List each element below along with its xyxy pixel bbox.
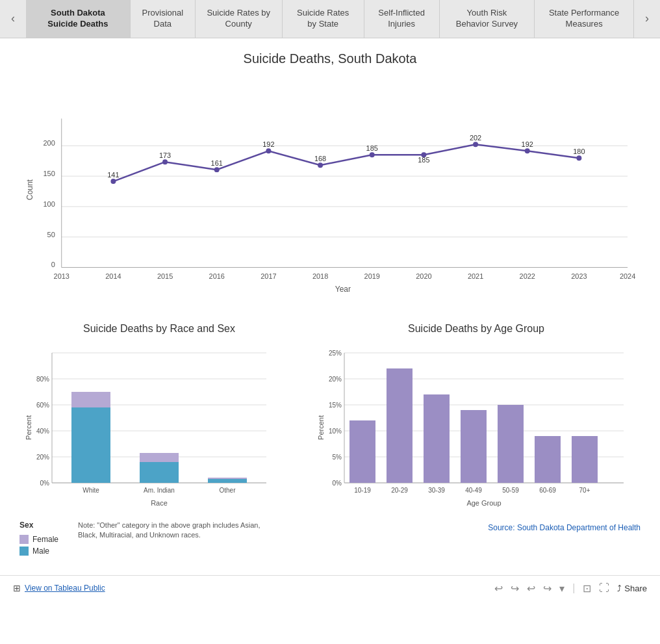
male-color-swatch [19,547,29,556]
svg-text:10-19: 10-19 [354,487,371,494]
tableau-link[interactable]: View on Tableau Public [25,584,105,593]
age-20-29-bar [387,368,412,483]
tab-state-performance[interactable]: State Performance Measures [535,0,634,38]
female-color-swatch [19,535,29,544]
age-50-59-bar [498,405,524,483]
svg-text:0%: 0% [40,480,50,487]
tab-provisional-data[interactable]: Provisional Data [131,0,196,38]
svg-text:2015: 2015 [157,272,173,280]
race-sex-section: Suicide Deaths by Race and Sex Percent 0… [19,323,299,556]
svg-text:185: 185 [366,144,378,152]
svg-text:Am. Indian: Am. Indian [144,487,175,494]
age-40-49-bar [461,410,487,483]
svg-text:192: 192 [262,140,274,148]
age-group-section: Suicide Deaths by Age Group Percent 0% 5… [312,323,641,556]
share-button[interactable]: ⤴ Share [617,584,647,593]
svg-point-34 [525,148,530,153]
divider: | [572,582,575,594]
svg-text:Age Group: Age Group [466,499,501,507]
svg-point-33 [473,142,478,147]
svg-text:80%: 80% [36,376,49,383]
legend-male: Male [19,547,58,556]
svg-text:2023: 2023 [571,272,587,280]
svg-text:5%: 5% [333,454,342,461]
svg-point-28 [214,167,220,172]
svg-point-31 [370,152,375,157]
svg-text:150: 150 [44,170,55,177]
svg-text:20%: 20% [329,376,342,383]
line-chart-svg: Count 0 50 100 150 200 2013 2014 [19,76,641,303]
age-group-chart: Percent 0% 5% 10% 15% 20% 25% [312,340,637,515]
svg-text:10%: 10% [329,428,342,435]
line-chart-title: Suicide Deaths, South Dakota [19,51,641,66]
nav-next-arrow[interactable]: › [637,0,657,38]
svg-text:50-59: 50-59 [502,487,519,494]
tableau-grid-icon: ⊞ [13,583,21,593]
source-text: Source: South Dakota Department of Healt… [312,523,641,532]
svg-text:20%: 20% [36,454,49,461]
age-10-19-bar [349,420,375,483]
svg-text:0: 0 [51,261,55,268]
svg-text:40%: 40% [36,428,49,435]
svg-text:180: 180 [573,148,585,155]
svg-text:2018: 2018 [312,272,328,280]
svg-text:70+: 70+ [579,487,590,494]
svg-point-27 [162,159,168,164]
age-60-69-bar [535,436,561,483]
undo2-icon[interactable]: ↩ [527,582,535,595]
white-female-bar [71,392,110,407]
svg-text:20-29: 20-29 [391,487,408,494]
svg-text:185: 185 [418,156,429,164]
svg-text:60-69: 60-69 [539,487,556,494]
dropdown-icon[interactable]: ▾ [559,582,565,595]
age-group-title: Suicide Deaths by Age Group [312,323,641,335]
legend-note-row: Sex Female Male Note: "Other" category i… [19,521,299,556]
svg-text:2020: 2020 [416,272,431,280]
main-content: Suicide Deaths, South Dakota Count 0 50 … [0,38,660,569]
legend: Female Male [19,535,58,556]
svg-text:202: 202 [470,134,481,142]
tab-suicide-rates-county[interactable]: Suicide Rates by County [196,0,283,38]
chart-note: Note: "Other" category in the above grap… [78,521,273,541]
svg-point-35 [576,155,581,161]
legend-title: Sex [19,521,58,530]
svg-text:2014: 2014 [105,272,121,280]
footer: ⊞ View on Tableau Public ↩ ↪ ↩ ↪ ▾ | ⊡ ⛶… [0,575,660,601]
footer-right: ↩ ↪ ↩ ↪ ▾ | ⊡ ⛶ ⤴ Share [494,582,647,595]
legend-female: Female [19,535,58,544]
svg-point-29 [266,148,271,153]
redo2-icon[interactable]: ↪ [543,582,552,595]
bottom-charts: Suicide Deaths by Race and Sex Percent 0… [19,323,641,556]
svg-text:Year: Year [335,285,351,294]
age-70plus-bar [572,436,598,483]
layout-icon[interactable]: ⊡ [583,582,591,595]
svg-text:Percent: Percent [317,415,325,440]
svg-text:60%: 60% [36,402,49,409]
fullscreen-icon[interactable]: ⛶ [599,582,609,594]
tab-south-dakota-suicide-deaths[interactable]: South Dakota Suicide Deaths [26,0,131,38]
tab-suicide-rates-state[interactable]: Suicide Rates by State [283,0,364,38]
svg-text:0%: 0% [333,480,342,487]
svg-text:173: 173 [159,151,171,159]
undo-icon[interactable]: ↩ [494,582,503,595]
aminidian-male-bar [140,462,179,483]
line-chart-container: Count 0 50 100 150 200 2013 2014 [19,76,641,303]
svg-text:2017: 2017 [260,272,276,280]
svg-text:100: 100 [44,200,55,208]
share-icon: ⤴ [617,584,622,593]
svg-text:141: 141 [107,171,119,179]
redo-icon[interactable]: ↪ [511,582,519,595]
svg-text:161: 161 [211,159,223,167]
svg-text:2019: 2019 [364,272,380,280]
amindian-female-bar [140,453,179,462]
tab-self-inflicted[interactable]: Self-Inflicted Injuries [364,0,440,38]
svg-text:40-49: 40-49 [465,487,482,494]
nav-prev-arrow[interactable]: ‹ [3,0,23,38]
svg-text:25%: 25% [329,350,342,357]
svg-text:2022: 2022 [520,272,535,280]
tab-youth-risk[interactable]: Youth Risk Behavior Survey [440,0,535,38]
svg-text:2021: 2021 [468,272,483,280]
svg-text:White: White [82,487,99,494]
svg-text:200: 200 [44,139,55,147]
svg-text:50: 50 [47,230,55,238]
